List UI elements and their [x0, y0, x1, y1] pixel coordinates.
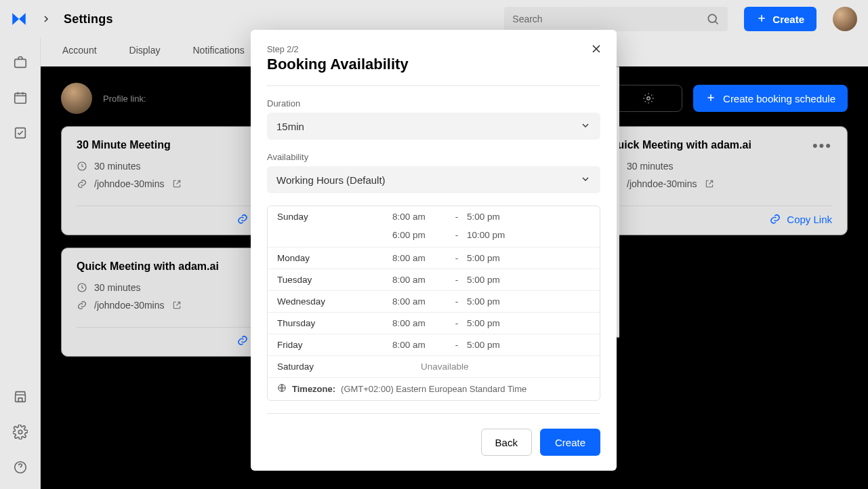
modal-title: Booking Availability — [267, 56, 600, 73]
back-button[interactable]: Back — [481, 429, 532, 456]
schedule-dash: - — [447, 253, 467, 263]
create-button[interactable]: Create — [744, 7, 817, 31]
create-booking-schedule-button[interactable]: Create booking schedule — [693, 85, 848, 112]
briefcase-icon[interactable] — [12, 54, 28, 71]
schedule-row: Monday8:00 am-5:00 pm — [268, 248, 600, 269]
svg-point-0 — [709, 14, 717, 22]
schedule-dash: - — [447, 340, 467, 350]
availability-select-value: Working Hours (Default) — [276, 174, 386, 186]
schedule-day: Sunday — [277, 212, 392, 222]
schedule-row: Wednesday8:00 am-5:00 pm — [268, 291, 600, 313]
clock-icon — [77, 161, 87, 172]
profile-avatar[interactable] — [61, 83, 92, 114]
schedule-end-time: 5:00 pm — [467, 296, 590, 307]
booking-card-slug: /johndoe-30mins — [627, 178, 697, 189]
schedule-dash: - — [447, 212, 467, 222]
chevron-down-icon — [580, 120, 591, 133]
search-box[interactable] — [504, 7, 728, 31]
booking-card-slug: /johndoe-30mins — [94, 178, 165, 189]
globe-icon — [277, 383, 287, 395]
schedule-day: Tuesday — [277, 275, 392, 285]
duration-field-label: Duration — [267, 98, 600, 109]
schedule-day: Wednesday — [277, 296, 392, 307]
schedule-end-time: 10:00 pm — [467, 230, 590, 240]
schedule-row: Friday8:00 am-5:00 pm — [268, 334, 600, 356]
availability-select[interactable]: Working Hours (Default) — [267, 166, 600, 193]
plus-icon — [705, 92, 716, 105]
chevron-down-icon — [580, 174, 591, 187]
copy-link-button[interactable]: Copy Link — [769, 213, 832, 225]
schedule-row: Sunday8:00 am-5:00 pm — [268, 206, 600, 227]
calendar-icon[interactable] — [12, 90, 28, 106]
schedule-start-time: 8:00 am — [392, 296, 447, 307]
tab-notifications[interactable]: Notifications — [193, 45, 245, 56]
create-button-label: Create — [772, 14, 804, 25]
copy-link-label: Copy Link — [787, 214, 832, 225]
schedule-dash: - — [447, 318, 467, 328]
clock-icon — [77, 282, 87, 293]
booking-card: Quick Meeting with adam.ai ••• 30 minute… — [594, 126, 848, 235]
booking-card-duration: 30 minutes — [94, 161, 140, 172]
close-icon[interactable] — [590, 42, 604, 57]
svg-point-5 — [18, 430, 22, 434]
booking-card-duration: 30 minutes — [627, 161, 673, 172]
link-icon — [77, 300, 87, 311]
tab-account[interactable]: Account — [62, 45, 97, 56]
booking-card-duration: 30 minutes — [94, 282, 140, 293]
search-icon — [706, 12, 720, 26]
booking-card-title: 30 Minute Meeting — [77, 139, 274, 151]
gear-icon[interactable] — [12, 424, 28, 440]
schedule-end-time: 5:00 pm — [467, 340, 590, 350]
checklist-icon[interactable] — [12, 125, 28, 141]
search-input[interactable] — [512, 14, 706, 24]
availability-field-label: Availability — [267, 152, 600, 162]
booking-card-slug: /johndoe-30mins — [94, 300, 165, 311]
schedule-start-time: 8:00 am — [392, 340, 447, 350]
create-booking-schedule-label: Create booking schedule — [723, 93, 835, 104]
external-link-icon[interactable] — [171, 178, 182, 189]
schedule-day: Thursday — [277, 318, 392, 328]
svg-rect-1 — [14, 59, 26, 67]
schedule-row: Tuesday8:00 am-5:00 pm — [268, 269, 600, 291]
schedule-end-time: 5:00 pm — [467, 275, 590, 285]
booking-availability-modal: Step 2/2 Booking Availability Duration 1… — [251, 30, 617, 471]
tab-display[interactable]: Display — [129, 45, 161, 56]
sidebar — [0, 38, 41, 489]
help-icon[interactable] — [12, 459, 28, 475]
schedule-dash: - — [447, 296, 467, 307]
settings-pill-button[interactable] — [615, 85, 682, 112]
timezone-label: Timezone: — [292, 384, 335, 394]
schedule-start-time: 8:00 am — [392, 253, 447, 263]
schedule-row: SaturdayUnavailable — [268, 356, 600, 378]
timezone-value: (GMT+02:00) Eastern European Standard Ti… — [341, 384, 526, 394]
modal-step-label: Step 2/2 — [267, 45, 600, 54]
app-logo[interactable] — [7, 7, 31, 31]
schedule-day: Saturday — [277, 361, 392, 372]
modal-create-button[interactable]: Create — [540, 429, 600, 456]
schedule-row: Thursday8:00 am-5:00 pm — [268, 313, 600, 334]
duration-select[interactable]: 15min — [267, 113, 600, 140]
schedule-end-time: 5:00 pm — [467, 253, 590, 263]
availability-schedule-table: Sunday8:00 am-5:00 pm6:00 pm-10:00 pmMon… — [267, 206, 600, 401]
schedule-dash: - — [447, 275, 467, 285]
card-menu-icon[interactable]: ••• — [812, 142, 832, 149]
storefront-icon[interactable] — [12, 389, 28, 405]
page-title: Settings — [64, 12, 113, 26]
external-link-icon[interactable] — [171, 300, 182, 311]
timezone-row: Timezone:(GMT+02:00) Eastern European St… — [268, 378, 600, 400]
schedule-row: 6:00 pm-10:00 pm — [268, 227, 600, 248]
schedule-day: Monday — [277, 253, 392, 263]
modal-scrollbar[interactable] — [617, 66, 619, 338]
link-icon — [77, 178, 87, 189]
plus-icon — [756, 13, 767, 26]
schedule-end-time: 5:00 pm — [467, 212, 590, 222]
external-link-icon[interactable] — [704, 178, 715, 189]
svg-point-7 — [647, 97, 650, 100]
schedule-start-time: 8:00 am — [392, 275, 447, 285]
schedule-unavailable-label: Unavailable — [392, 361, 590, 372]
user-avatar[interactable] — [833, 7, 857, 31]
duration-select-value: 15min — [276, 121, 304, 132]
schedule-dash: - — [447, 230, 467, 240]
svg-rect-2 — [14, 94, 26, 104]
schedule-end-time: 5:00 pm — [467, 318, 590, 328]
